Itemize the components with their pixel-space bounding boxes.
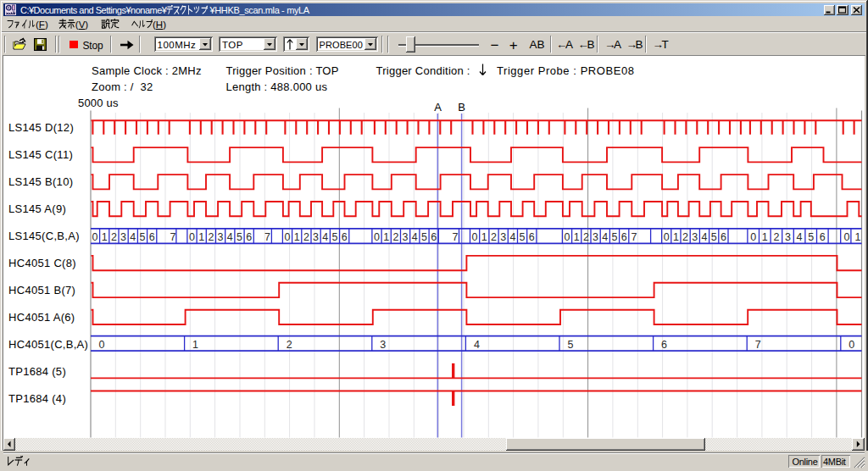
svg-text:2: 2 [682, 231, 688, 243]
svg-text:2: 2 [287, 339, 292, 351]
svg-text:3: 3 [120, 231, 126, 243]
svg-text:6: 6 [621, 231, 627, 243]
svg-text:7: 7 [453, 231, 459, 243]
svg-text:4: 4 [702, 231, 708, 243]
svg-text:7: 7 [264, 231, 270, 243]
svg-text:5: 5 [520, 231, 526, 243]
svg-text:1: 1 [383, 231, 389, 243]
svg-text:4: 4 [412, 231, 418, 243]
svg-text:0: 0 [843, 231, 849, 243]
svg-text:2: 2 [392, 231, 398, 243]
svg-text:4: 4 [797, 231, 803, 243]
svg-text:1: 1 [481, 231, 487, 243]
svg-text:5: 5 [568, 339, 574, 351]
svg-text:1: 1 [294, 231, 300, 243]
svg-text:1: 1 [192, 339, 198, 351]
svg-text:3: 3 [785, 231, 791, 243]
svg-text:1: 1 [762, 231, 768, 243]
svg-text:0: 0 [92, 231, 98, 243]
svg-text:0: 0 [472, 231, 478, 243]
svg-text:3: 3 [380, 339, 386, 351]
svg-text:0: 0 [189, 231, 195, 243]
svg-text:3: 3 [500, 231, 506, 243]
svg-text:6: 6 [431, 231, 437, 243]
svg-text:1: 1 [673, 231, 679, 243]
svg-text:1: 1 [198, 231, 204, 243]
svg-text:5: 5 [236, 231, 242, 243]
svg-text:5: 5 [332, 231, 338, 243]
svg-text:2: 2 [491, 231, 497, 243]
svg-text:4: 4 [474, 339, 480, 351]
svg-text:6: 6 [661, 339, 667, 351]
svg-text:2: 2 [303, 231, 309, 243]
svg-text:6: 6 [721, 231, 726, 243]
svg-text:0: 0 [285, 231, 291, 243]
svg-text:0: 0 [99, 339, 105, 351]
svg-text:0: 0 [849, 339, 854, 351]
svg-text:3: 3 [692, 231, 698, 243]
svg-text:7: 7 [755, 339, 761, 351]
svg-text:3: 3 [403, 231, 409, 243]
svg-text:4: 4 [227, 231, 233, 243]
svg-text:1: 1 [574, 231, 580, 243]
svg-text:1: 1 [855, 231, 861, 243]
svg-text:6: 6 [246, 231, 252, 243]
svg-text:3: 3 [218, 231, 224, 243]
svg-text:2: 2 [111, 231, 117, 243]
svg-text:2: 2 [773, 231, 779, 243]
svg-text:5: 5 [711, 231, 717, 243]
svg-text:6: 6 [342, 231, 348, 243]
svg-text:4: 4 [322, 231, 328, 243]
svg-text:4: 4 [130, 231, 136, 243]
svg-text:0: 0 [664, 231, 670, 243]
svg-text:1: 1 [102, 231, 108, 243]
svg-text:3: 3 [313, 231, 319, 243]
svg-text:6: 6 [149, 231, 155, 243]
svg-text:5: 5 [612, 231, 618, 243]
svg-text:0: 0 [374, 231, 380, 243]
svg-text:0: 0 [565, 231, 570, 243]
svg-text:4: 4 [602, 231, 608, 243]
svg-text:6: 6 [529, 231, 535, 243]
svg-text:5: 5 [808, 231, 814, 243]
svg-text:4: 4 [509, 231, 515, 243]
svg-text:3: 3 [593, 231, 598, 243]
svg-text:7: 7 [170, 231, 176, 243]
svg-text:2: 2 [583, 231, 589, 243]
svg-text:5: 5 [421, 231, 427, 243]
svg-text:6: 6 [820, 231, 826, 243]
svg-text:2: 2 [208, 231, 214, 243]
svg-text:7: 7 [632, 231, 637, 243]
svg-text:0: 0 [750, 231, 756, 243]
svg-text:5: 5 [140, 231, 146, 243]
